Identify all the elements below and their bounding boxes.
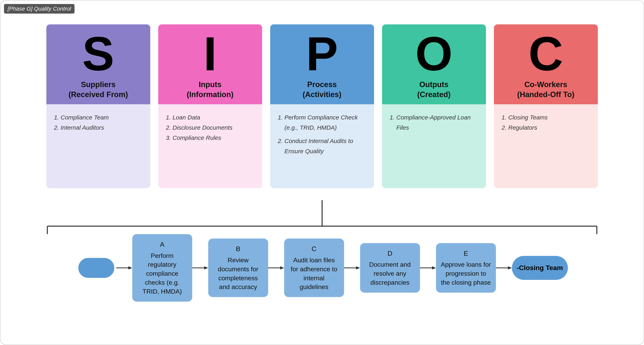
- phase-label: [Phase G] Quality Control: [4, 4, 74, 14]
- sipoc-title-s: Suppliers(Received From): [68, 80, 128, 100]
- bracket-svg: [27, 218, 617, 234]
- sipoc-header-o: O Outputs(Created): [382, 24, 486, 104]
- list-item: Loan Data: [173, 112, 255, 122]
- svg-marker-14: [432, 266, 436, 270]
- sipoc-letter-c: C: [528, 30, 563, 78]
- flow-node-e-text: Approve loans for progression to the clo…: [441, 260, 491, 287]
- flow-node-d-letter: D: [388, 249, 392, 258]
- vertical-line-svg: [321, 200, 323, 218]
- list-item: Regulators: [508, 122, 591, 133]
- sipoc-col-c: C Co-Workers(Handed-Off To) Closing Team…: [494, 24, 598, 188]
- sipoc-body-o: Compliance-Approved Loan Files: [382, 104, 486, 188]
- list-item: Compliance Rules: [173, 133, 255, 143]
- sipoc-body-c: Closing Teams Regulators: [494, 104, 598, 188]
- sipoc-col-i: I Inputs(Information) Loan Data Disclosu…: [158, 24, 262, 188]
- svg-marker-8: [204, 266, 208, 270]
- sipoc-section: S Suppliers(Received From) Compliance Te…: [8, 24, 636, 188]
- flow-start-container: [76, 258, 116, 278]
- arrow-start-a: [116, 264, 132, 272]
- list-item: Compliance-Approved Loan Files: [396, 112, 479, 133]
- flow-node-c-letter: C: [312, 244, 316, 254]
- flow-wrapper: A Perform regulatory compliance checks (…: [27, 218, 617, 302]
- svg-marker-6: [128, 266, 132, 270]
- arrow-d-e: [420, 264, 436, 272]
- vertical-connector-area: [8, 200, 636, 218]
- sipoc-letter-s: S: [82, 30, 114, 78]
- sipoc-title-c: Co-Workers(Handed-Off To): [517, 80, 574, 100]
- svg-marker-16: [508, 266, 512, 270]
- flow-row: A Perform regulatory compliance checks (…: [27, 234, 617, 302]
- list-item: Compliance Team: [61, 112, 143, 122]
- arrow-a-b: [192, 264, 208, 272]
- main-container: [Phase G] Quality Control S Suppliers(Re…: [0, 0, 644, 345]
- arrow-c-d: [344, 264, 360, 272]
- flow-node-b: B Review documents for completeness and …: [208, 238, 268, 297]
- arrow-e-end: [496, 264, 512, 272]
- flow-node-end-text: -Closing Team: [517, 263, 563, 273]
- flow-node-a-text: Perform regulatory compliance checks (e.…: [137, 251, 188, 296]
- list-item: Conduct Internal Audits to Ensure Qualit…: [284, 136, 367, 156]
- list-item: Disclosure Documents: [173, 122, 255, 133]
- sipoc-header-c: C Co-Workers(Handed-Off To): [494, 24, 598, 104]
- sipoc-body-p: Perform Compliance Check (e.g., TRID, HM…: [270, 104, 374, 188]
- flow-node-b-text: Review documents for completeness and ac…: [213, 256, 263, 292]
- flow-node-a-letter: A: [160, 240, 164, 249]
- sipoc-col-p: P Process(Activities) Perform Compliance…: [270, 24, 374, 188]
- flow-node-c-text: Audit loan files for adherence to intern…: [289, 256, 339, 292]
- list-item: Closing Teams: [508, 112, 591, 122]
- sipoc-header-s: S Suppliers(Received From): [46, 24, 150, 104]
- sipoc-letter-o: O: [415, 30, 452, 78]
- flow-node-start: [78, 258, 114, 278]
- sipoc-body-i: Loan Data Disclosure Documents Complianc…: [158, 104, 262, 188]
- list-item: Perform Compliance Check (e.g., TRID, HM…: [284, 112, 367, 133]
- flow-node-e-letter: E: [464, 249, 468, 258]
- flow-node-d: D Document and resolve any discrepancies: [360, 243, 420, 293]
- sipoc-header-p: P Process(Activities): [270, 24, 374, 104]
- sipoc-letter-i: I: [204, 30, 217, 78]
- svg-marker-12: [356, 266, 360, 270]
- flow-node-d-text: Document and resolve any discrepancies: [365, 260, 415, 287]
- sipoc-title-i: Inputs(Information): [187, 80, 234, 100]
- flow-node-c: C Audit loan files for adherence to inte…: [284, 238, 344, 297]
- sipoc-col-o: O Outputs(Created) Compliance-Approved L…: [382, 24, 486, 188]
- list-item: Internal Auditors: [61, 122, 143, 133]
- sipoc-header-i: I Inputs(Information): [158, 24, 262, 104]
- flow-node-a: A Perform regulatory compliance checks (…: [132, 234, 192, 302]
- sipoc-title-p: Process(Activities): [302, 80, 341, 100]
- svg-marker-10: [280, 266, 284, 270]
- sipoc-body-s: Compliance Team Internal Auditors: [46, 104, 150, 188]
- flow-node-b-letter: B: [236, 244, 240, 254]
- sipoc-letter-p: P: [306, 30, 338, 78]
- arrow-b-c: [268, 264, 284, 272]
- flow-node-e: E Approve loans for progression to the c…: [436, 243, 496, 293]
- sipoc-col-s: S Suppliers(Received From) Compliance Te…: [46, 24, 150, 188]
- sipoc-title-o: Outputs(Created): [417, 80, 450, 100]
- flow-node-end: -Closing Team: [512, 256, 568, 280]
